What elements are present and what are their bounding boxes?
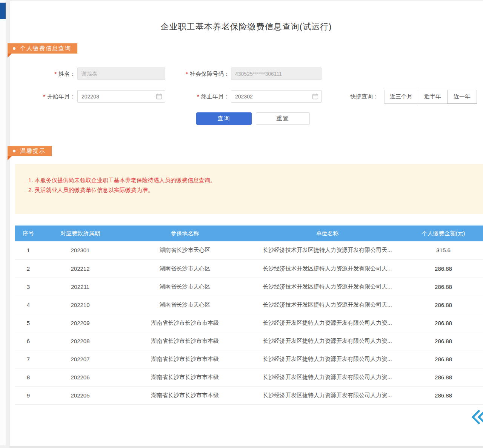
results-table: 序号 对应费款所属期 参保地名称 单位名称 个人缴费金额(元) 1202301湖… bbox=[15, 226, 483, 405]
page-title: 企业职工基本养老保险缴费信息查询(试运行) bbox=[9, 21, 483, 32]
table-cell: 长沙经济技术开发区捷特人力资源开发有限公司天... bbox=[251, 296, 404, 314]
tips-line: 2. 灵活就业人员的缴费单位信息以实际缴费为准。 bbox=[28, 185, 475, 195]
ssn-label: *社会保障号码： bbox=[166, 71, 229, 78]
table-cell: 202207 bbox=[42, 350, 119, 368]
table-cell: 6 bbox=[15, 332, 42, 350]
sidebar-tab[interactable] bbox=[0, 3, 6, 19]
page: 企业职工基本养老保险缴费信息查询(试运行) 个人缴费信息查询 *姓名： *社会保… bbox=[0, 0, 483, 448]
start-month-input[interactable] bbox=[77, 90, 165, 103]
reset-button[interactable]: 重置 bbox=[256, 112, 310, 125]
table-row: 7202207湖南省长沙市长沙市市本级长沙经济开发区捷特人力资源开发有限公司人力… bbox=[15, 350, 483, 368]
bullet-dot-icon bbox=[13, 47, 15, 50]
tips-notice-box: 1. 本服务仅提供尚未领取企业职工基本养老保险待遇人员的缴费信息查询。 2. 灵… bbox=[15, 164, 483, 214]
quick-btn-6months[interactable]: 近半年 bbox=[418, 90, 448, 104]
table-cell: 286.88 bbox=[404, 259, 483, 278]
table-row: 4202210湖南省长沙市天心区长沙经济技术开发区捷特人力资源开发有限公司天..… bbox=[15, 296, 483, 314]
table-cell: 3 bbox=[15, 278, 42, 296]
table-cell: 202211 bbox=[42, 278, 119, 296]
table-cell: 湖南省长沙市长沙市市本级 bbox=[119, 386, 251, 404]
table-cell: 湖南省长沙市天心区 bbox=[119, 278, 251, 296]
table-cell: 5 bbox=[15, 314, 42, 332]
table-body: 1202301湖南省长沙市天心区长沙经济技术开发区捷特人力资源开发有限公司天..… bbox=[15, 241, 483, 404]
table-row: 1202301湖南省长沙市天心区长沙经济技术开发区捷特人力资源开发有限公司天..… bbox=[15, 241, 483, 259]
ssn-field bbox=[231, 68, 321, 80]
table-cell: 长沙经济开发区捷特人力资源开发有限公司人力资... bbox=[251, 386, 404, 404]
table-cell: 1 bbox=[15, 241, 42, 259]
collapsed-sidebar bbox=[0, 0, 6, 445]
required-asterisk: * bbox=[197, 93, 199, 100]
end-month-label: *终止年月： bbox=[177, 93, 229, 100]
table-cell: 长沙经济技术开发区捷特人力资源开发有限公司天... bbox=[251, 278, 404, 296]
section-tag-label: 个人缴费信息查询 bbox=[20, 45, 71, 52]
name-label: *姓名： bbox=[23, 71, 75, 78]
quick-btn-1year[interactable]: 近一年 bbox=[447, 90, 477, 104]
table-row: 9202205湖南省长沙市长沙市市本级长沙经济开发区捷特人力资源开发有限公司人力… bbox=[15, 386, 483, 404]
table-cell: 4 bbox=[15, 296, 42, 314]
table-cell: 长沙经济技术开发区捷特人力资源开发有限公司天... bbox=[251, 241, 404, 259]
table-cell: 湖南省长沙市天心区 bbox=[119, 259, 251, 278]
table-cell: 湖南省长沙市天心区 bbox=[119, 241, 251, 259]
table-cell: 湖南省长沙市长沙市市本级 bbox=[119, 350, 251, 368]
table-cell: 286.88 bbox=[404, 278, 483, 296]
table-cell: 286.88 bbox=[404, 296, 483, 314]
table-header-row: 序号 对应费款所属期 参保地名称 单位名称 个人缴费金额(元) bbox=[15, 226, 483, 241]
table-cell: 8 bbox=[15, 368, 42, 386]
table-row: 3202211湖南省长沙市天心区长沙经济技术开发区捷特人力资源开发有限公司天..… bbox=[15, 278, 483, 296]
tips-line: 1. 本服务仅提供尚未领取企业职工基本养老保险待遇人员的缴费信息查询。 bbox=[28, 175, 475, 185]
col-header-amount: 个人缴费金额(元) bbox=[404, 226, 483, 241]
bullet-dot-icon bbox=[13, 150, 15, 152]
table-row: 2202212湖南省长沙市天心区长沙经济技术开发区捷特人力资源开发有限公司天..… bbox=[15, 259, 483, 278]
table-cell: 286.88 bbox=[404, 386, 483, 404]
col-header-company: 单位名称 bbox=[251, 226, 404, 241]
table-cell: 286.88 bbox=[404, 368, 483, 386]
quick-query-group: 近三个月 近半年 近一年 bbox=[384, 90, 477, 104]
table-cell: 湖南省长沙市长沙市市本级 bbox=[119, 368, 251, 386]
end-month-wrap bbox=[231, 90, 321, 103]
table-cell: 9 bbox=[15, 386, 42, 404]
query-button[interactable]: 查询 bbox=[196, 112, 252, 125]
quick-query-label: 快捷查询： bbox=[350, 93, 382, 100]
table-cell: 202205 bbox=[42, 386, 119, 404]
start-month-wrap bbox=[77, 90, 165, 103]
name-field bbox=[77, 68, 165, 80]
double-left-chevron-icon[interactable] bbox=[471, 409, 483, 425]
quick-btn-3months[interactable]: 近三个月 bbox=[384, 90, 418, 104]
table-cell: 202212 bbox=[42, 259, 119, 278]
start-month-label: *开始年月： bbox=[23, 93, 75, 100]
tag-fold-decoration bbox=[8, 54, 12, 58]
calendar-icon[interactable] bbox=[156, 93, 162, 100]
table-cell: 286.88 bbox=[404, 314, 483, 332]
section-tag-label: 温馨提示 bbox=[20, 147, 46, 155]
tag-fold-decoration bbox=[8, 156, 12, 160]
required-asterisk: * bbox=[186, 71, 188, 77]
table-cell: 湖南省长沙市长沙市市本级 bbox=[119, 314, 251, 332]
table-cell: 长沙经济开发区捷特人力资源开发有限公司人力资... bbox=[251, 368, 404, 386]
col-header-index: 序号 bbox=[15, 226, 42, 241]
table-cell: 长沙经济开发区捷特人力资源开发有限公司人力资... bbox=[251, 332, 404, 350]
section-tag-tips: 温馨提示 bbox=[8, 146, 52, 156]
table-cell: 286.88 bbox=[404, 332, 483, 350]
table-cell: 202206 bbox=[42, 368, 119, 386]
table-row: 6202208湖南省长沙市长沙市市本级长沙经济开发区捷特人力资源开发有限公司人力… bbox=[15, 332, 483, 350]
col-header-region: 参保地名称 bbox=[119, 226, 251, 241]
table-cell: 202301 bbox=[42, 241, 119, 259]
col-header-period: 对应费款所属期 bbox=[42, 226, 119, 241]
table-cell: 长沙经济技术开发区捷特人力资源开发有限公司天... bbox=[251, 259, 404, 278]
table-cell: 湖南省长沙市天心区 bbox=[119, 296, 251, 314]
required-asterisk: * bbox=[43, 93, 45, 100]
table-cell: 202208 bbox=[42, 332, 119, 350]
required-asterisk: * bbox=[54, 71, 57, 77]
bottom-edge-strip bbox=[9, 446, 483, 448]
table-row: 5202209湖南省长沙市长沙市市本级长沙经济开发区捷特人力资源开发有限公司人力… bbox=[15, 314, 483, 332]
table-cell: 7 bbox=[15, 350, 42, 368]
table-cell: 长沙经济开发区捷特人力资源开发有限公司人力资... bbox=[251, 350, 404, 368]
table-cell: 202209 bbox=[42, 314, 119, 332]
table-cell: 286.88 bbox=[404, 350, 483, 368]
table-cell: 315.6 bbox=[404, 241, 483, 259]
table-cell: 湖南省长沙市长沙市市本级 bbox=[119, 332, 251, 350]
table-row: 8202206湖南省长沙市长沙市市本级长沙经济开发区捷特人力资源开发有限公司人力… bbox=[15, 368, 483, 386]
calendar-icon[interactable] bbox=[312, 93, 318, 100]
end-month-input[interactable] bbox=[231, 90, 321, 103]
table-cell: 2 bbox=[15, 259, 42, 278]
section-tag-personal-query: 个人缴费信息查询 bbox=[8, 43, 77, 54]
